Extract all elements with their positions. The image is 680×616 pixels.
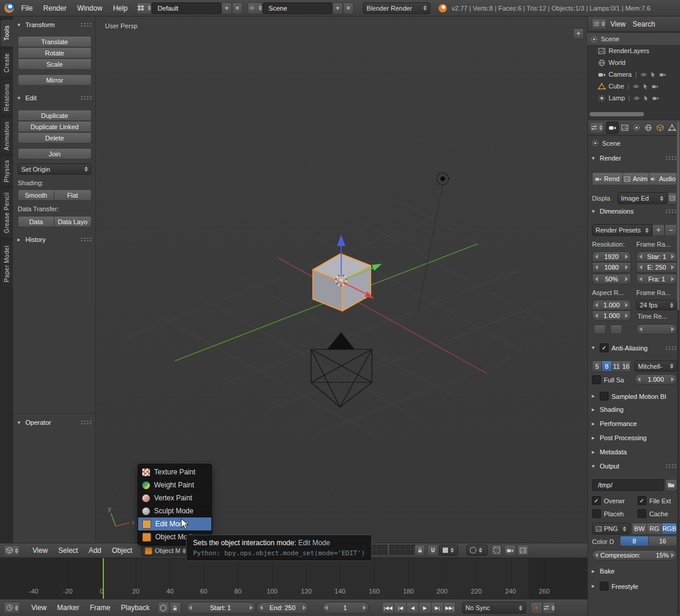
preview-range-button[interactable] [158,602,169,614]
tab-world-icon[interactable] [642,122,654,134]
panel-header-render[interactable]: ▼Render [591,155,677,162]
preset-add-button[interactable]: + [652,224,665,236]
menu-item-weight-paint[interactable]: Weight Paint [138,479,211,492]
renderability-camera-icon[interactable] [652,95,659,101]
scene-name-field[interactable]: Scene [263,2,332,14]
end-frame-field[interactable]: End: 250 [257,602,309,614]
output-path-field[interactable]: /tmp/ [592,479,664,491]
jump-to-end-button[interactable]: ▶▶| [444,602,456,614]
tab-scene-icon[interactable] [630,122,642,134]
tab-render-icon[interactable] [606,122,619,134]
frame-start-field[interactable]: Star: 1 [636,251,677,262]
menu-help[interactable]: Help [107,4,133,12]
current-frame-field[interactable]: 1 [322,602,369,614]
frame-rate-dropdown[interactable]: 24 fps [636,300,677,310]
render-anim-button[interactable]: Anim [623,172,649,185]
tab-paper-model[interactable]: Paper Model [0,240,13,288]
freestyle-checkbox[interactable] [600,582,609,591]
editor-type-3dview-button[interactable] [4,545,20,556]
panel-header-edit[interactable]: ▼Edit [17,94,92,101]
panel-header-freestyle[interactable]: ►Freestyle [591,582,677,591]
motion-blur-checkbox[interactable] [600,392,609,401]
screen-layout-delete-button[interactable]: × [232,2,243,14]
output-path-browse-button[interactable] [665,479,677,491]
color-mode-rgba[interactable]: RGB [662,523,677,535]
aspect-y-field[interactable]: 1.000 [592,310,631,321]
frame-step-field[interactable]: Fra: 1 [636,274,677,284]
data-transfer-data-button[interactable]: Data [18,216,54,227]
menu-search[interactable]: Search [629,20,659,28]
mirror-button[interactable]: Mirror [18,74,91,86]
outliner-item-camera[interactable]: Camera | [587,68,680,80]
scene-add-button[interactable]: + [332,2,343,14]
region-expand-button[interactable]: + [573,28,584,39]
visibility-eye-icon[interactable] [640,71,647,78]
tab-object-data-icon[interactable] [666,122,678,134]
color-depth-8[interactable]: 8 [620,536,649,546]
overwrite-checkbox[interactable]: ✓Overwr [592,496,625,505]
color-mode-rgb[interactable]: RG [647,523,662,535]
resolution-y-field[interactable]: 1080 [592,262,631,273]
aa-samples-8[interactable]: 8 [602,361,612,372]
render-audio-button[interactable]: Audio [649,172,677,185]
tab-relations[interactable]: Relations [0,79,13,116]
panel-header-sampled-motion-blur[interactable]: ►Sampled Motion Bl [591,392,677,401]
play-button[interactable]: ▶ [419,602,431,614]
breadcrumb-scene[interactable]: Scene [602,140,620,147]
tab-object-icon[interactable] [654,122,666,134]
editor-type-outliner-button[interactable] [591,18,607,30]
menu-item-edit-mode[interactable]: Edit Mode [138,517,211,530]
lock-to-scene-button[interactable] [414,545,425,556]
menu-frame[interactable]: Frame [84,604,116,612]
set-origin-dropdown[interactable]: Set Origin [18,163,91,175]
outliner-item-world[interactable]: World [587,57,680,68]
prev-keyframe-button[interactable]: |◀ [394,602,407,614]
tab-render-layers-icon[interactable] [619,122,630,134]
menu-marker[interactable]: Marker [52,604,84,612]
color-depth-16[interactable]: 16 [649,536,677,546]
duplicate-button[interactable]: Duplicate [18,110,91,121]
shade-smooth-button[interactable]: Smooth [18,189,54,201]
snap-element-dropdown[interactable] [439,545,458,556]
render-presets-dropdown[interactable]: Render Presets [592,224,652,236]
aspect-x-field[interactable]: 1.000 [592,300,631,310]
menu-item-texture-paint[interactable]: Texture Paint [138,466,211,479]
menu-object[interactable]: Object [107,546,138,555]
cube-object[interactable] [313,254,371,311]
render-still-button[interactable]: Rend [592,172,623,185]
visibility-eye-icon[interactable] [633,95,640,101]
panel-header-history[interactable]: ►History [17,236,92,243]
snap-toggle-magnet-button[interactable] [427,545,438,556]
menu-window[interactable]: Window [72,4,108,12]
full-sample-checkbox[interactable]: Full Sa [592,375,624,384]
panel-header-dimensions[interactable]: ▼Dimensions [591,208,677,215]
panel-header-anti-aliasing[interactable]: ▼✓Anti-Aliasing [591,343,677,352]
aa-samples-16[interactable]: 16 [622,361,631,372]
panel-header-bake[interactable]: ►Bake [591,568,677,575]
keying-set-button[interactable] [542,602,555,614]
tab-animation[interactable]: Animation [0,117,13,155]
panel-header-shading[interactable]: ►Shading [591,406,677,413]
lamp-object[interactable] [437,173,449,185]
menu-item-sculpt-mode[interactable]: Sculpt Mode [138,504,211,517]
menu-render[interactable]: Render [38,4,71,12]
editor-type-timeline-button[interactable] [4,602,20,614]
menu-item-vertex-paint[interactable]: Vertex Paint [138,492,211,504]
camera-object[interactable] [311,333,372,407]
panel-header-performance[interactable]: ►Performance [591,420,677,427]
selectability-cursor-icon[interactable] [643,95,649,101]
delete-button[interactable]: Delete [18,132,91,143]
outliner-item-cube[interactable]: Cube | [587,80,680,92]
screen-layout-name-field[interactable]: Default [152,2,221,14]
menu-add[interactable]: Add [83,546,106,555]
menu-view[interactable]: View [607,20,629,28]
tab-create[interactable]: Create [0,48,13,78]
data-transfer-layout-button[interactable]: Data Layo [54,216,91,227]
placeholders-checkbox[interactable]: Placeh [592,509,624,518]
panel-header-metadata[interactable]: ►Metadata [591,448,677,456]
outliner-item-scene[interactable]: Scene [587,33,680,45]
aa-samples-11[interactable]: 11 [612,361,622,372]
blender-logo-icon[interactable] [4,2,15,14]
render-engine-dropdown[interactable]: Blender Render [363,2,430,14]
panel-header-transform[interactable]: ▼Transform [17,21,92,28]
